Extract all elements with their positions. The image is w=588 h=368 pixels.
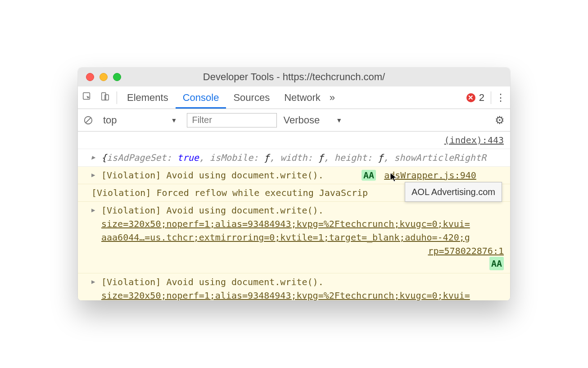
chevron-down-icon: ▼ [171, 117, 177, 124]
violation-text: [Violation] Forced reflow while executin… [91, 187, 368, 198]
error-count: 2 [479, 92, 484, 104]
source-link[interactable]: adsWrapper.js:940 [384, 170, 476, 181]
violation-row[interactable]: ▶ [Violation] Avoid using document.write… [78, 202, 510, 273]
log-level-label: Verbose [283, 114, 320, 126]
object-preview: {isAdPageSet: true, isMobile: ƒ, width: … [101, 152, 486, 163]
chevron-down-icon: ▼ [336, 117, 342, 124]
log-object-row[interactable]: ▶ {isAdPageSet: true, isMobile: ƒ, width… [78, 149, 510, 167]
titlebar: Developer Tools - https://techcrunch.com… [78, 68, 510, 86]
disclosure-triangle-icon[interactable]: ▶ [91, 277, 95, 286]
devtools-window: Developer Tools - https://techcrunch.com… [78, 68, 510, 300]
violation-row[interactable]: ▶ [Violation] Avoid using document.write… [78, 273, 510, 300]
tab-sources[interactable]: Sources [226, 86, 277, 109]
source-link[interactable]: rp=578022876:1 [101, 244, 504, 258]
log-level-select[interactable]: Verbose ▼ [283, 114, 342, 126]
zoom-traffic-light[interactable] [113, 73, 121, 81]
settings-gear-icon[interactable]: ⚙ [495, 114, 505, 127]
source-link[interactable]: size=320x50;noperf=1;alias=93484943;kvpg… [101, 217, 504, 231]
tab-console[interactable]: Console [176, 86, 226, 109]
tabs-overflow-icon[interactable]: » [330, 92, 335, 104]
svg-line-4 [86, 118, 91, 123]
tab-elements[interactable]: Elements [120, 86, 176, 109]
inspect-element-icon[interactable] [78, 91, 96, 104]
source-link-row: (index):443 [78, 132, 510, 149]
console-output: (index):443 ▶ {isAdPageSet: true, isMobi… [78, 132, 510, 300]
violation-text: [Violation] Avoid using document.write()… [101, 275, 504, 289]
minimize-traffic-light[interactable] [100, 73, 108, 81]
source-link[interactable]: (index):443 [444, 135, 504, 145]
console-filterbar: top ▼ Verbose ▼ ⚙ [78, 109, 510, 132]
badge-tooltip: AOL Advertising.com [405, 182, 502, 202]
violation-text: [Violation] Avoid using document.write()… [101, 170, 324, 181]
device-toolbar-icon[interactable] [96, 91, 114, 104]
disclosure-triangle-icon[interactable]: ▶ [91, 205, 95, 215]
context-label: top [103, 114, 117, 126]
disclosure-triangle-icon[interactable]: ▶ [91, 153, 95, 162]
window-title: Developer Tools - https://techcrunch.com… [78, 71, 510, 83]
separator [491, 91, 491, 104]
source-link[interactable]: aaa6044…=us.tchcr;extmirroring=0;kvtile=… [101, 231, 504, 244]
disclosure-triangle-icon[interactable]: ▶ [91, 170, 95, 180]
script-origin-badge[interactable]: AA [362, 170, 376, 181]
devtools-tabstrip: Elements Console Sources Network » ✕ 2 ⋮ [78, 86, 510, 109]
violation-text: [Violation] Avoid using document.write()… [101, 204, 504, 217]
source-link[interactable]: size=320x50;noperf=1;alias=93484943;kvpg… [101, 289, 504, 300]
clear-console-icon[interactable] [83, 115, 93, 125]
filter-input[interactable] [187, 113, 277, 127]
error-counter[interactable]: ✕ 2 [466, 92, 484, 104]
context-select[interactable]: top ▼ [100, 114, 181, 127]
close-traffic-light[interactable] [86, 73, 94, 81]
tab-network[interactable]: Network [277, 86, 328, 109]
script-origin-badge[interactable]: AA [489, 257, 504, 270]
traffic-lights [86, 73, 121, 81]
separator [117, 91, 117, 104]
kebab-menu-icon[interactable]: ⋮ [494, 92, 507, 104]
error-badge-icon: ✕ [466, 93, 475, 102]
